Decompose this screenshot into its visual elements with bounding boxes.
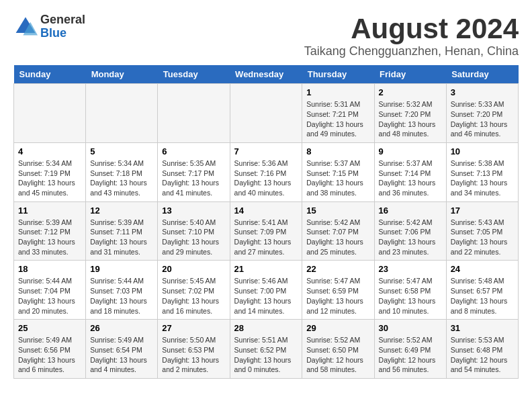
day-number: 22 (306, 264, 369, 274)
weekday-header-wednesday: Wednesday (230, 65, 302, 84)
day-number: 23 (379, 264, 442, 274)
day-cell: 24Sunrise: 5:48 AM Sunset: 6:57 PM Dayli… (446, 261, 518, 320)
day-cell: 3Sunrise: 5:33 AM Sunset: 7:20 PM Daylig… (446, 84, 518, 143)
day-cell: 4Sunrise: 5:34 AM Sunset: 7:19 PM Daylig… (14, 142, 86, 201)
day-cell: 25Sunrise: 5:49 AM Sunset: 6:56 PM Dayli… (14, 320, 86, 379)
day-cell: 18Sunrise: 5:44 AM Sunset: 7:04 PM Dayli… (14, 261, 86, 320)
day-info: Sunrise: 5:53 AM Sunset: 6:48 PM Dayligh… (451, 335, 514, 375)
day-cell: 11Sunrise: 5:39 AM Sunset: 7:12 PM Dayli… (14, 201, 86, 261)
calendar-header: SundayMondayTuesdayWednesdayThursdayFrid… (14, 65, 519, 84)
day-number: 2 (379, 87, 442, 97)
logo-icon (13, 15, 38, 39)
weekday-header-tuesday: Tuesday (158, 65, 230, 84)
day-info: Sunrise: 5:49 AM Sunset: 6:54 PM Dayligh… (90, 335, 153, 375)
day-info: Sunrise: 5:42 AM Sunset: 7:07 PM Dayligh… (306, 218, 369, 257)
day-cell: 1Sunrise: 5:31 AM Sunset: 7:21 PM Daylig… (302, 84, 374, 143)
week-row-4: 18Sunrise: 5:44 AM Sunset: 7:04 PM Dayli… (14, 261, 519, 320)
day-info: Sunrise: 5:37 AM Sunset: 7:14 PM Dayligh… (379, 158, 442, 198)
day-cell: 27Sunrise: 5:50 AM Sunset: 6:53 PM Dayli… (158, 320, 230, 379)
day-cell: 2Sunrise: 5:32 AM Sunset: 7:20 PM Daylig… (374, 84, 446, 143)
week-row-3: 11Sunrise: 5:39 AM Sunset: 7:12 PM Dayli… (14, 201, 519, 261)
day-number: 7 (234, 146, 298, 156)
calendar-title: August 2024 (304, 13, 519, 44)
day-info: Sunrise: 5:52 AM Sunset: 6:49 PM Dayligh… (379, 335, 442, 375)
day-number: 8 (306, 146, 369, 156)
weekday-header-saturday: Saturday (446, 65, 518, 84)
weekday-header-friday: Friday (374, 65, 446, 84)
day-info: Sunrise: 5:45 AM Sunset: 7:02 PM Dayligh… (162, 276, 225, 316)
day-cell: 5Sunrise: 5:34 AM Sunset: 7:18 PM Daylig… (86, 142, 158, 201)
day-number: 17 (451, 205, 514, 216)
day-info: Sunrise: 5:39 AM Sunset: 7:12 PM Dayligh… (18, 218, 81, 257)
day-info: Sunrise: 5:52 AM Sunset: 6:50 PM Dayligh… (306, 335, 369, 375)
day-cell: 14Sunrise: 5:41 AM Sunset: 7:09 PM Dayli… (230, 201, 302, 261)
calendar-table: SundayMondayTuesdayWednesdayThursdayFrid… (13, 65, 519, 379)
day-cell (230, 84, 302, 143)
day-cell (86, 84, 158, 143)
day-number: 28 (234, 323, 298, 333)
day-cell: 15Sunrise: 5:42 AM Sunset: 7:07 PM Dayli… (302, 201, 374, 261)
location-subtitle: Taikang Chengguanzhen, Henan, China (304, 44, 519, 58)
weekday-header-sunday: Sunday (14, 65, 86, 84)
day-info: Sunrise: 5:48 AM Sunset: 6:57 PM Dayligh… (451, 276, 514, 316)
weekday-header-thursday: Thursday (302, 65, 374, 84)
day-info: Sunrise: 5:49 AM Sunset: 6:56 PM Dayligh… (18, 335, 81, 375)
logo: General Blue (13, 13, 85, 40)
day-cell: 17Sunrise: 5:43 AM Sunset: 7:05 PM Dayli… (446, 201, 518, 261)
day-number: 19 (90, 264, 153, 274)
week-row-1: 1Sunrise: 5:31 AM Sunset: 7:21 PM Daylig… (14, 84, 519, 143)
day-number: 26 (90, 323, 153, 333)
day-number: 31 (451, 323, 514, 333)
day-cell: 22Sunrise: 5:47 AM Sunset: 6:59 PM Dayli… (302, 261, 374, 320)
day-info: Sunrise: 5:44 AM Sunset: 7:04 PM Dayligh… (18, 276, 81, 316)
day-number: 21 (234, 264, 298, 274)
day-info: Sunrise: 5:31 AM Sunset: 7:21 PM Dayligh… (306, 99, 369, 139)
day-cell: 7Sunrise: 5:36 AM Sunset: 7:16 PM Daylig… (230, 142, 302, 201)
day-number: 20 (162, 264, 225, 274)
day-info: Sunrise: 5:47 AM Sunset: 6:58 PM Dayligh… (379, 276, 442, 316)
day-info: Sunrise: 5:37 AM Sunset: 7:15 PM Dayligh… (306, 158, 369, 198)
day-number: 12 (90, 205, 153, 216)
day-number: 4 (18, 146, 81, 156)
weekday-header-row: SundayMondayTuesdayWednesdayThursdayFrid… (14, 65, 519, 84)
weekday-header-monday: Monday (86, 65, 158, 84)
day-cell: 19Sunrise: 5:44 AM Sunset: 7:03 PM Dayli… (86, 261, 158, 320)
day-number: 5 (90, 146, 153, 156)
day-info: Sunrise: 5:34 AM Sunset: 7:18 PM Dayligh… (90, 158, 153, 198)
day-info: Sunrise: 5:51 AM Sunset: 6:52 PM Dayligh… (234, 335, 298, 375)
day-number: 3 (451, 87, 514, 97)
day-number: 30 (379, 323, 442, 333)
day-number: 29 (306, 323, 369, 333)
day-cell: 29Sunrise: 5:52 AM Sunset: 6:50 PM Dayli… (302, 320, 374, 379)
title-block: August 2024 Taikang Chengguanzhen, Henan… (304, 13, 519, 58)
day-cell: 30Sunrise: 5:52 AM Sunset: 6:49 PM Dayli… (374, 320, 446, 379)
day-cell: 16Sunrise: 5:42 AM Sunset: 7:06 PM Dayli… (374, 201, 446, 261)
day-number: 9 (379, 146, 442, 156)
day-cell (158, 84, 230, 143)
day-info: Sunrise: 5:50 AM Sunset: 6:53 PM Dayligh… (162, 335, 225, 375)
day-info: Sunrise: 5:42 AM Sunset: 7:06 PM Dayligh… (379, 218, 442, 257)
day-number: 13 (162, 205, 225, 216)
day-cell: 13Sunrise: 5:40 AM Sunset: 7:10 PM Dayli… (158, 201, 230, 261)
calendar-body: 1Sunrise: 5:31 AM Sunset: 7:21 PM Daylig… (14, 84, 519, 379)
day-number: 24 (451, 264, 514, 274)
day-info: Sunrise: 5:36 AM Sunset: 7:16 PM Dayligh… (234, 158, 298, 198)
day-info: Sunrise: 5:39 AM Sunset: 7:11 PM Dayligh… (90, 218, 153, 257)
day-info: Sunrise: 5:41 AM Sunset: 7:09 PM Dayligh… (234, 218, 298, 257)
day-cell: 21Sunrise: 5:46 AM Sunset: 7:00 PM Dayli… (230, 261, 302, 320)
day-cell: 31Sunrise: 5:53 AM Sunset: 6:48 PM Dayli… (446, 320, 518, 379)
day-number: 15 (306, 205, 369, 216)
day-number: 10 (451, 146, 514, 156)
day-info: Sunrise: 5:47 AM Sunset: 6:59 PM Dayligh… (306, 276, 369, 316)
day-info: Sunrise: 5:38 AM Sunset: 7:13 PM Dayligh… (451, 158, 514, 198)
page-header: General Blue August 2024 Taikang Chenggu… (13, 13, 519, 58)
day-info: Sunrise: 5:35 AM Sunset: 7:17 PM Dayligh… (162, 158, 225, 198)
day-info: Sunrise: 5:40 AM Sunset: 7:10 PM Dayligh… (162, 218, 225, 257)
day-cell: 6Sunrise: 5:35 AM Sunset: 7:17 PM Daylig… (158, 142, 230, 201)
day-info: Sunrise: 5:43 AM Sunset: 7:05 PM Dayligh… (451, 218, 514, 257)
day-info: Sunrise: 5:46 AM Sunset: 7:00 PM Dayligh… (234, 276, 298, 316)
day-cell: 26Sunrise: 5:49 AM Sunset: 6:54 PM Dayli… (86, 320, 158, 379)
day-number: 16 (379, 205, 442, 216)
day-number: 14 (234, 205, 298, 216)
day-number: 11 (18, 205, 81, 216)
